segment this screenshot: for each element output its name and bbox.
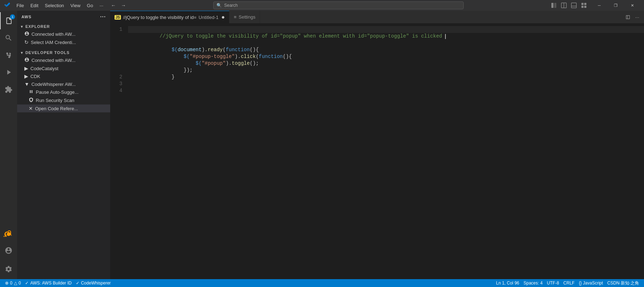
tab-untitled1[interactable]: JS //jQuery to toggle the visibility of … [110,11,229,23]
search-box[interactable]: 🔍 Search [213,1,464,9]
sidebar-select-iam[interactable]: ↻ Select IAM Credenti... [17,38,110,46]
connected-aws-icon [24,31,29,37]
menu-view[interactable]: View [68,2,83,9]
developer-tools-chevron: ▼ [20,51,24,55]
line-num-4: 4 [110,87,122,94]
line-num-blank6 [110,67,122,74]
svg-rect-1 [554,3,556,8]
menu-selection[interactable]: Selection [42,2,67,9]
sidebar-pause-autosuggest[interactable]: Pause Auto-Sugge... [17,88,110,96]
settings-tab-label: Settings [239,14,255,20]
menu-file[interactable]: File [14,2,27,9]
minimize-button[interactable]: ─ [591,0,608,11]
svg-rect-0 [551,3,553,8]
menu-go[interactable]: Go [84,2,96,9]
connected-aws-label: Connected with AW... [31,31,75,37]
nav-back[interactable]: ← [109,1,118,10]
svg-rect-9 [584,6,586,8]
security-scan-icon [29,97,34,103]
activity-account[interactable] [0,242,17,259]
settings-tab-icon: ≡ [234,14,236,20]
close-button[interactable]: ✕ [624,0,640,11]
code-editor: 1 2 3 4 //jQuery to toggle the visibilit… [110,23,644,279]
activity-settings[interactable] [0,261,17,278]
restore-button[interactable]: ❐ [608,0,624,11]
pause-icon [29,89,34,95]
line-numbers: 1 2 3 4 [110,23,128,279]
line-num-blank3 [110,47,122,53]
menu-edit[interactable]: Edit [28,2,41,9]
activity-search[interactable] [0,29,17,47]
toggle-sidebar-btn[interactable] [550,1,558,10]
developer-tools-section: ▼ DEVELOPER TOOLS Connected with AW... ▶… [17,49,110,112]
line-num-3: 3 [110,81,122,87]
main-container: 1 aws [0,11,644,279]
nav-forward[interactable]: → [119,1,128,10]
line-num-blank5 [110,60,122,67]
dev-connected-icon [24,57,29,63]
customize-layout-btn[interactable] [580,1,588,10]
select-iam-label: Select IAM Credenti... [31,40,76,45]
code-content[interactable]: //jQuery to toggle the visibility of id=… [128,23,644,279]
codewhisperer-chevron-icon: ▼ [24,81,29,87]
aws-logo[interactable]: aws [3,228,14,239]
tab-settings[interactable]: ≡ Settings [229,11,260,23]
line-num-1: 1 [110,26,122,33]
status-encoding[interactable]: UTF-8 [545,279,561,287]
dev-connected-label: Connected with AW... [31,58,75,63]
status-language[interactable]: {} JavaScript [577,279,605,287]
status-codewhisperer[interactable]: ✓ CodeWhisperer [74,279,113,287]
sidebar-run-security-scan[interactable]: Run Security Scan [17,96,110,104]
status-line-ending[interactable]: CRLF [561,279,577,287]
status-bar: ⊗ 0 △ 0 ✓ AWS: AWS Builder ID ✓ CodeWhis… [0,279,644,287]
explorer-chevron: ▼ [20,25,24,29]
vscode-logo [4,2,11,9]
line-num-blank2 [110,40,122,47]
cdk-chevron-icon: ▶ [24,73,28,79]
spaces-label: Spaces: 4 [523,281,542,286]
status-spaces[interactable]: Spaces: 4 [521,279,545,287]
notification-label: CSDN·新知·之角 [607,280,639,286]
js-file-icon: JS [114,15,121,20]
titlebar: File Edit Selection View Go ··· ← → 🔍 Se… [0,0,644,11]
open-code-reference-icon: ✕ [29,106,33,111]
sidebar-header: AWS ··· [17,11,110,23]
activity-explorer[interactable]: 1 [0,12,17,29]
status-aws-id[interactable]: ✓ AWS: AWS Builder ID [23,279,74,287]
line-col-label: Ln 1, Col 96 [496,281,519,286]
layout-actions [550,1,588,10]
tab-filename: Untitled-1 [199,15,219,20]
toggle-panel-btn[interactable] [570,1,578,10]
cdk-label: CDK [30,74,40,79]
sidebar-title: AWS [21,15,31,19]
code-comment: //jQuery to toggle the visibility of id=… [160,33,445,39]
language-label: {} JavaScript [579,281,603,286]
codewhisperer-label: CodeWhisperer AW... [31,82,76,87]
status-errors[interactable]: ⊗ 0 △ 0 [3,279,23,287]
split-editor-button[interactable] [624,13,632,21]
svg-rect-4 [571,3,576,8]
menu-more[interactable]: ··· [97,2,106,9]
nav-buttons: ← → [109,1,128,10]
sidebar-codecatalyst[interactable]: ▶ CodeCatalyst [17,64,110,72]
sidebar-codewhisperer[interactable]: ▼ CodeWhisperer AW... [17,80,110,88]
open-code-reference-label: Open Code Refere... [35,106,78,111]
explorer-section-header[interactable]: ▼ EXPLORER [17,23,110,30]
developer-tools-header[interactable]: ▼ DEVELOPER TOOLS [17,49,110,56]
sidebar-dev-connected-aws[interactable]: Connected with AW... [17,56,110,64]
toggle-editor-btn[interactable] [560,1,568,10]
status-line-col[interactable]: Ln 1, Col 96 [494,279,522,287]
status-notification[interactable]: CSDN·新知·之角 [605,279,641,287]
svg-rect-7 [584,3,586,5]
activity-source-control[interactable] [0,47,17,64]
tab-label-comment: //jQuery to toggle the visibility of id= [123,15,196,20]
sidebar-more-button[interactable]: ··· [100,14,106,20]
editor-more-actions[interactable]: ··· [633,13,641,21]
sidebar-cdk[interactable]: ▶ CDK [17,72,110,80]
activity-run-debug[interactable] [0,64,17,81]
select-iam-icon: ↻ [24,39,29,45]
sidebar-open-code-reference[interactable]: ✕ Open Code Refere... [17,104,110,112]
sidebar-connected-aws[interactable]: Connected with AW... [17,30,110,38]
encoding-label: UTF-8 [547,281,559,286]
activity-extensions[interactable] [0,81,17,98]
